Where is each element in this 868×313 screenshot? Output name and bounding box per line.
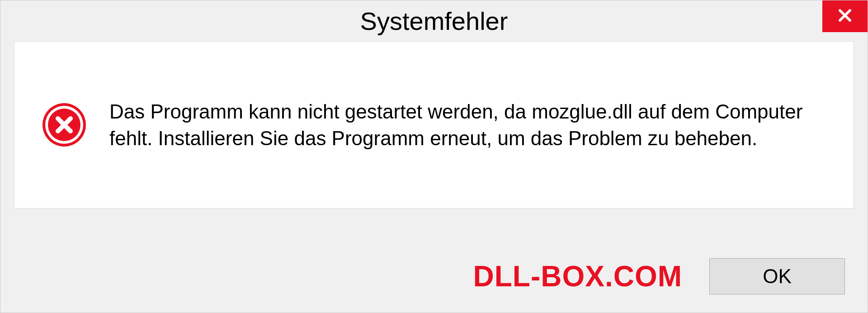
dialog-title: Systemfehler [360, 6, 508, 36]
error-dialog: Systemfehler [0, 0, 868, 313]
titlebar: Systemfehler [0, 0, 868, 41]
content-area: Das Programm kann nicht gestartet werden… [0, 41, 868, 240]
ok-button[interactable]: OK [709, 258, 845, 294]
close-icon [836, 7, 854, 26]
close-button[interactable] [822, 0, 868, 32]
error-message: Das Programm kann nicht gestartet werden… [109, 98, 826, 152]
dialog-footer: DLL-BOX.COM OK [0, 240, 868, 313]
error-icon [42, 102, 87, 147]
message-box: Das Programm kann nicht gestartet werden… [14, 41, 854, 209]
watermark-text: DLL-BOX.COM [473, 260, 683, 293]
